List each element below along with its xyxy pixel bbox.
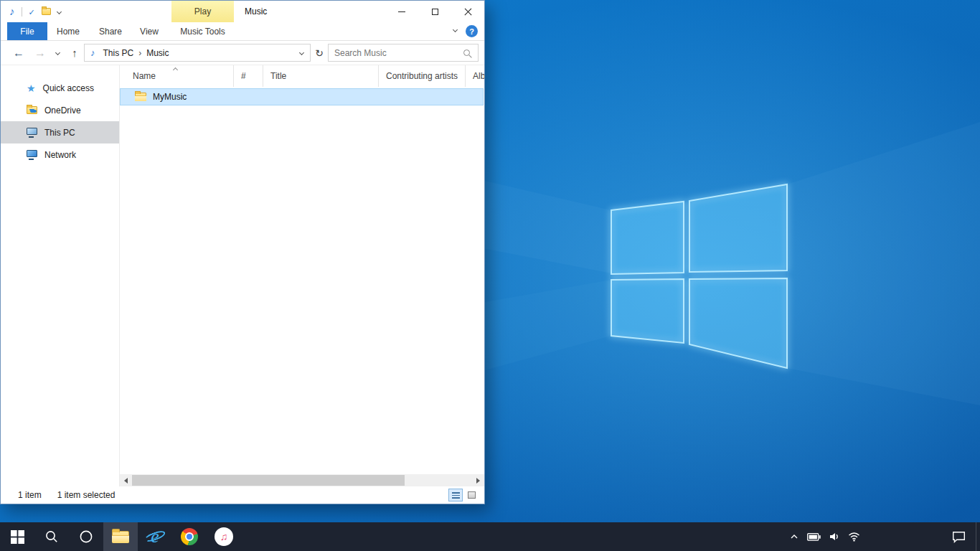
toolbar-separator: [22, 7, 22, 17]
recent-locations-chevron-icon[interactable]: [52, 41, 62, 65]
close-icon: [464, 8, 472, 16]
status-bar: 1 item 1 item selected: [1, 486, 484, 504]
column-label: Alb: [473, 71, 484, 81]
address-music-icon: [90, 47, 95, 58]
column-header-number[interactable]: #: [234, 65, 263, 87]
minimize-button[interactable]: [385, 1, 418, 22]
tab-view[interactable]: View: [133, 22, 166, 40]
show-desktop-button[interactable]: [976, 522, 980, 551]
column-label: #: [241, 71, 246, 81]
selection-count: 1 item selected: [57, 490, 116, 500]
windows-start-icon: [11, 530, 24, 544]
tray-show-hidden-icons-button[interactable]: [786, 522, 802, 551]
contextual-tab-play[interactable]: Play: [171, 1, 234, 22]
star-icon: [27, 83, 36, 94]
sidebar-item-this-pc[interactable]: This PC: [1, 121, 119, 143]
scrollbar-thumb[interactable]: [132, 475, 405, 486]
up-button[interactable]: [67, 41, 83, 65]
itunes-icon: [215, 527, 233, 546]
column-label: Contributing artists: [386, 71, 458, 81]
contextual-group-label[interactable]: Music Tools: [171, 22, 234, 40]
sidebar-item-onedrive[interactable]: OneDrive: [1, 99, 119, 121]
scroll-right-button[interactable]: [472, 474, 484, 486]
sidebar-item-label: Network: [44, 150, 76, 160]
sidebar-item-network[interactable]: Network: [1, 143, 119, 166]
column-label: Name: [133, 71, 156, 81]
file-name: MyMusic: [153, 92, 187, 102]
minimize-icon: [398, 11, 405, 12]
scroll-left-icon: [124, 478, 128, 484]
column-headers: Name # Title Contributing artists Alb: [120, 65, 484, 87]
maximize-button[interactable]: [418, 1, 451, 22]
back-button[interactable]: [11, 41, 27, 65]
taskbar-search-button[interactable]: [34, 522, 69, 551]
search-input[interactable]: [329, 48, 463, 58]
network-button[interactable]: [846, 522, 862, 551]
tab-home[interactable]: Home: [51, 22, 85, 40]
column-header-contributing-artists[interactable]: Contributing artists: [379, 65, 466, 87]
file-explorer-window: Play Music File Home Share View Music To…: [0, 0, 485, 504]
scroll-left-button[interactable]: [120, 474, 132, 486]
action-center-button[interactable]: [946, 522, 971, 551]
sidebar-item-label: Quick access: [43, 83, 94, 93]
title-bar: Play Music: [1, 1, 484, 22]
speaker-icon: [829, 531, 840, 542]
search-icon[interactable]: [463, 50, 470, 56]
quick-access-toolbar: [9, 1, 61, 22]
cortana-button[interactable]: [69, 522, 103, 551]
taskbar-itunes-button[interactable]: [207, 522, 241, 551]
tab-share[interactable]: Share: [93, 22, 128, 40]
column-header-title[interactable]: Title: [263, 65, 379, 87]
breadcrumb-music[interactable]: Music: [143, 48, 171, 58]
sidebar-item-label: OneDrive: [44, 105, 81, 116]
window-title: Music: [245, 1, 267, 22]
navigation-pane: Quick access OneDrive This PC Network: [1, 65, 120, 486]
taskbar-chrome-button[interactable]: [172, 522, 207, 551]
scroll-right-icon: [476, 478, 480, 484]
internet-explorer-icon: [145, 527, 165, 547]
column-header-album[interactable]: Alb: [466, 65, 484, 87]
address-bar[interactable]: This PC › Music: [84, 44, 311, 62]
new-folder-icon[interactable]: [42, 8, 51, 15]
column-header-name[interactable]: Name: [120, 65, 234, 87]
volume-button[interactable]: [826, 522, 842, 551]
expand-ribbon-chevron-icon[interactable]: [453, 27, 458, 32]
action-center-icon: [952, 531, 966, 543]
window-controls: [385, 1, 484, 22]
help-button[interactable]: ?: [466, 25, 478, 37]
large-icons-view-button[interactable]: [464, 489, 479, 501]
address-dropdown-chevron-icon[interactable]: [299, 50, 304, 55]
music-note-icon: [9, 5, 15, 18]
chrome-icon: [181, 528, 198, 545]
folder-icon: [135, 93, 146, 101]
customize-toolbar-chevron-icon[interactable]: [57, 9, 62, 14]
refresh-button[interactable]: [312, 44, 326, 62]
desktop-wallpaper: Play Music File Home Share View Music To…: [0, 0, 980, 522]
chevron-up-icon: [790, 534, 798, 540]
details-view-icon: [452, 492, 460, 499]
taskbar-internet-explorer-button[interactable]: [138, 522, 172, 551]
tab-file[interactable]: File: [7, 22, 47, 40]
taskbar: [0, 522, 980, 551]
file-list-pane: Name # Title Contributing artists Alb: [120, 65, 484, 486]
wifi-icon: [848, 532, 860, 542]
sort-ascending-icon: [173, 67, 178, 72]
properties-icon[interactable]: [29, 5, 35, 18]
ribbon-tab-row: File Home Share View Music Tools ?: [1, 22, 484, 41]
system-tray: [786, 522, 862, 551]
details-view-button[interactable]: [448, 489, 463, 501]
breadcrumb-this-pc[interactable]: This PC: [100, 48, 137, 58]
breadcrumb-chevron-icon[interactable]: ›: [136, 48, 143, 58]
search-icon: [44, 529, 59, 544]
close-button[interactable]: [451, 1, 484, 22]
sidebar-item-quick-access[interactable]: Quick access: [1, 77, 119, 99]
file-row-mymusic[interactable]: MyMusic: [120, 88, 484, 105]
forward-button[interactable]: [32, 41, 48, 65]
taskbar-file-explorer-button[interactable]: [103, 522, 138, 551]
start-button[interactable]: [0, 522, 34, 551]
cortana-icon: [79, 529, 93, 544]
computer-icon: [27, 128, 37, 135]
column-label: Title: [270, 71, 286, 81]
horizontal-scrollbar[interactable]: [120, 474, 484, 486]
battery-status-button[interactable]: [806, 522, 822, 551]
